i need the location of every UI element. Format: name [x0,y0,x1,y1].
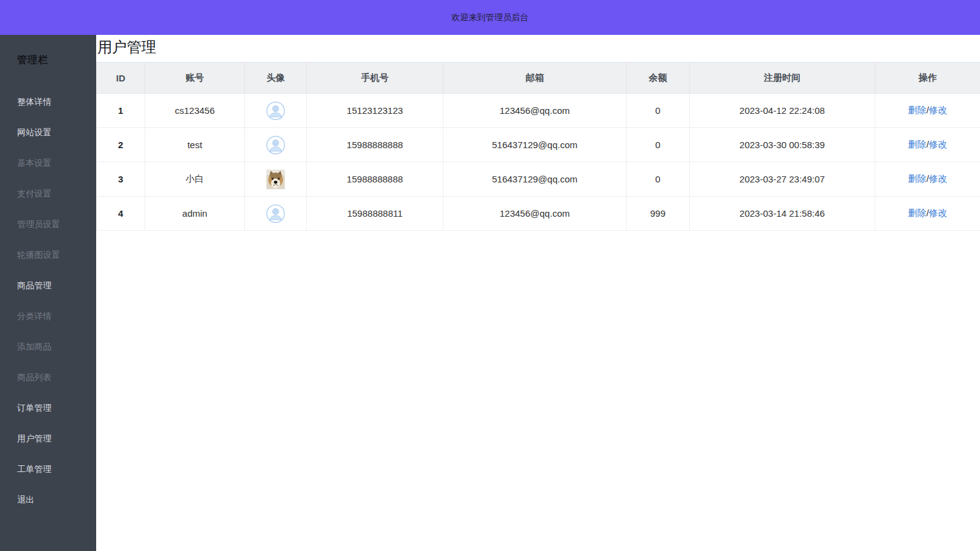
table-header-row: ID账号头像手机号邮箱余额注册时间操作 [97,62,980,94]
email-cell: 516437129@qq.com [443,128,627,162]
column-header: 操作 [875,62,980,94]
actions-cell: 删除/修改 [875,197,980,231]
account-cell: test [145,128,245,162]
table-row: 3小白15988888888516437129@qq.com02023-03-2… [97,162,980,197]
column-header: 账号 [145,62,245,94]
column-header: 头像 [245,62,307,94]
sidebar-item-9[interactable]: 商品列表 [0,362,96,392]
sidebar-item-10[interactable]: 订单管理 [0,392,96,423]
account-cell: 小白 [145,162,245,197]
sidebar-item-5[interactable]: 轮播图设置 [0,239,96,270]
user-avatar-icon [266,135,285,155]
modify-link[interactable]: 修改 [929,208,948,218]
sidebar-item-6[interactable]: 商品管理 [0,270,96,301]
user-id-cell: 3 [97,162,145,197]
column-header: 余额 [627,62,690,94]
page-title: 用户管理 [97,38,980,56]
reg-time-cell: 2023-03-30 00:58:39 [690,128,875,162]
sidebar-item-12[interactable]: 工单管理 [0,454,96,484]
balance-cell: 0 [627,94,690,128]
sidebar-item-7[interactable]: 分类详情 [0,301,96,331]
welcome-banner: 欢迎来到管理员后台 [0,0,980,35]
table-row: 1cs12345615123123123123456@qq.com02023-0… [97,94,980,128]
main-content: 用户管理 ID账号头像手机号邮箱余额注册时间操作 1cs123456151231… [96,35,980,551]
user-id-cell: 2 [97,128,145,162]
reg-time-cell: 2023-04-12 22:24:08 [690,94,875,128]
sidebar-item-0[interactable]: 整体详情 [0,86,96,117]
delete-link[interactable]: 删除 [908,105,926,115]
phone-cell: 15988888888 [307,128,443,162]
delete-link[interactable]: 删除 [908,139,926,149]
phone-cell: 15988888811 [307,197,443,231]
phone-cell: 15988888888 [307,162,443,197]
sidebar-item-13[interactable]: 退出 [0,484,96,515]
table-body: 1cs12345615123123123123456@qq.com02023-0… [97,94,980,231]
avatar-cell [245,197,307,231]
sidebar-item-4[interactable]: 管理员设置 [0,209,96,239]
delete-link[interactable]: 删除 [908,208,926,218]
table-row: 2test15988888888516437129@qq.com02023-03… [97,128,980,162]
column-header: ID [97,62,145,94]
dog-avatar-image [266,170,285,189]
column-header: 邮箱 [443,62,627,94]
sidebar: 管理栏 整体详情网站设置基本设置支付设置管理员设置轮播图设置商品管理分类详情添加… [0,35,96,551]
user-id-cell: 4 [97,197,145,231]
sidebar-item-11[interactable]: 用户管理 [0,423,96,454]
user-table: ID账号头像手机号邮箱余额注册时间操作 1cs12345615123123123… [96,62,980,231]
sidebar-item-8[interactable]: 添加商品 [0,331,96,362]
modify-link[interactable]: 修改 [929,139,948,149]
avatar-cell [245,162,307,197]
delete-link[interactable]: 删除 [908,173,926,184]
sidebar-item-3[interactable]: 支付设置 [0,178,96,209]
email-cell: 516437129@qq.com [443,162,627,197]
reg-time-cell: 2023-03-27 23:49:07 [690,162,875,197]
actions-cell: 删除/修改 [875,162,980,197]
balance-cell: 0 [627,162,690,197]
balance-cell: 999 [627,197,690,231]
user-avatar-icon [266,204,285,223]
sidebar-item-1[interactable]: 网站设置 [0,117,96,148]
avatar-cell [245,128,307,162]
welcome-banner-text: 欢迎来到管理员后台 [451,12,529,23]
account-cell: cs123456 [145,94,245,128]
email-cell: 123456@qq.com [443,94,627,128]
user-avatar-icon [266,101,285,121]
reg-time-cell: 2023-03-14 21:58:46 [690,197,875,231]
column-header: 手机号 [307,62,443,94]
column-header: 注册时间 [690,62,875,94]
modify-link[interactable]: 修改 [929,173,948,184]
table-row: 4admin15988888811123456@qq.com9992023-03… [97,197,980,231]
sidebar-menu: 整体详情网站设置基本设置支付设置管理员设置轮播图设置商品管理分类详情添加商品商品… [0,86,96,515]
email-cell: 123456@qq.com [443,197,627,231]
sidebar-item-2[interactable]: 基本设置 [0,148,96,178]
modify-link[interactable]: 修改 [929,105,948,115]
balance-cell: 0 [627,128,690,162]
actions-cell: 删除/修改 [875,94,980,128]
phone-cell: 15123123123 [307,94,443,128]
user-id-cell: 1 [97,94,145,128]
sidebar-title: 管理栏 [0,54,96,67]
account-cell: admin [145,197,245,231]
avatar-cell [245,94,307,128]
actions-cell: 删除/修改 [875,128,980,162]
